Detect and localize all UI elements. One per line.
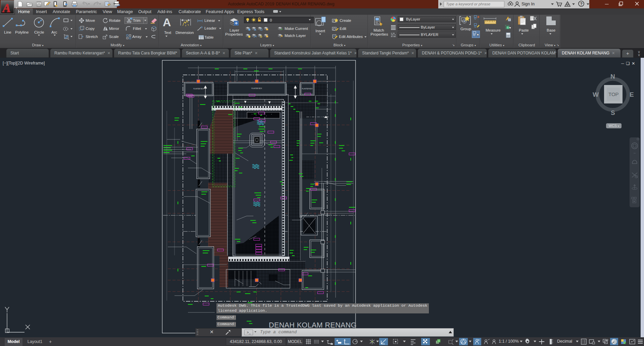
- svg-text:PLANTER BOX: PLANTER BOX: [251, 88, 262, 89]
- svg-text:E: E: [630, 91, 634, 98]
- svg-text:PLANTER BOX: PLANTER BOX: [302, 88, 313, 90]
- svg-text:PLANTER BOX: PLANTER BOX: [193, 88, 204, 90]
- svg-text:TOP: TOP: [608, 91, 619, 97]
- svg-text:S: S: [611, 109, 615, 116]
- svg-text:W: W: [593, 91, 599, 98]
- svg-text:N: N: [610, 74, 615, 80]
- svg-text:?: ?: [580, 2, 583, 6]
